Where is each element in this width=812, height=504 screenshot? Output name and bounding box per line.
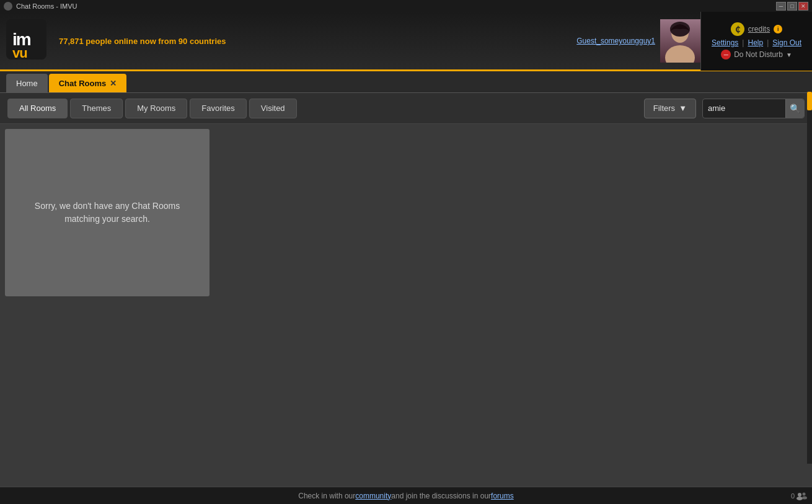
svg-point-10 (802, 496, 807, 499)
visited-tab[interactable]: Visited (249, 99, 297, 118)
info-icon[interactable]: i (774, 25, 782, 33)
credits-row: ₵ credits i (731, 22, 782, 36)
filter-bar: All Rooms Themes My Rooms Favorites Visi… (0, 93, 812, 124)
home-tab[interactable]: Home (6, 74, 48, 92)
main-content: Sorry, we don't have any Chat Rooms matc… (0, 124, 812, 403)
avatar-placeholder (660, 19, 700, 63)
favorites-label: Favorites (201, 104, 234, 113)
topbar: im vu 77,871 people online now from 90 c… (0, 12, 812, 71)
chatrooms-tab[interactable]: Chat Rooms ✕ (49, 74, 127, 92)
footer-text-between: and join the discussions in our (391, 492, 491, 500)
signout-link[interactable]: Sign Out (772, 38, 801, 47)
themes-label: Themes (82, 104, 111, 113)
close-button[interactable]: ✕ (798, 2, 808, 11)
dnd-icon: ─ (721, 50, 731, 60)
chatrooms-tab-close[interactable]: ✕ (110, 79, 117, 88)
dnd-section: ─ Do Not Disturb ▼ (721, 50, 792, 60)
my-rooms-label: My Rooms (137, 104, 175, 113)
svg-point-9 (803, 492, 806, 495)
online-count: 77,871 people online now from 90 countri… (59, 37, 576, 46)
filters-dropdown-arrow: ▼ (679, 104, 687, 113)
footer: Check in with our community and join the… (0, 487, 812, 504)
my-rooms-tab[interactable]: My Rooms (125, 99, 187, 118)
credits-section: ₵ credits i Settings | Help | Sign Out ─… (700, 12, 812, 71)
minimize-button[interactable]: ─ (776, 2, 786, 11)
all-rooms-tab[interactable]: All Rooms (7, 99, 68, 118)
imvu-logo[interactable]: im vu (6, 19, 50, 63)
username-link[interactable]: Guest_someyoungguy1 (576, 37, 655, 45)
titlebar: Chat Rooms - IMVU ─ □ ✕ (0, 0, 812, 12)
footer-user-count: 0 (791, 492, 795, 500)
footer-text-before-community: Check in with our (298, 492, 355, 500)
navigation-tabs: Home Chat Rooms ✕ (0, 71, 812, 93)
favorites-tab[interactable]: Favorites (190, 99, 246, 118)
maximize-button[interactable]: □ (787, 2, 797, 11)
no-results-card: Sorry, we don't have any Chat Rooms matc… (5, 129, 210, 296)
no-results-message: Sorry, we don't have any Chat Rooms matc… (5, 187, 210, 238)
themes-tab[interactable]: Themes (70, 99, 123, 118)
filters-label: Filters (653, 104, 675, 113)
titlebar-icon (4, 2, 12, 11)
credits-coin-icon: ₵ (731, 22, 744, 36)
search-button[interactable]: 🔍 (785, 99, 804, 118)
chatrooms-tab-label: Chat Rooms (59, 79, 107, 88)
all-rooms-label: All Rooms (19, 104, 56, 113)
credits-label[interactable]: credits (748, 25, 770, 33)
settings-link[interactable]: Settings (712, 38, 738, 47)
dnd-dropdown-arrow[interactable]: ▼ (786, 51, 792, 58)
settings-row: Settings | Help | Sign Out (712, 38, 801, 47)
titlebar-title: Chat Rooms - IMVU (16, 2, 776, 10)
home-tab-label: Home (16, 79, 38, 88)
svg-point-8 (797, 497, 803, 500)
footer-users-section: 0 (791, 492, 807, 500)
filters-dropdown-button[interactable]: Filters ▼ (644, 99, 696, 118)
visited-label: Visited (261, 104, 285, 113)
titlebar-controls: ─ □ ✕ (776, 2, 808, 11)
footer-community-link[interactable]: community (355, 492, 391, 500)
search-input[interactable] (703, 104, 785, 113)
user-section: Guest_someyoungguy1 (576, 19, 700, 63)
svg-point-7 (798, 493, 801, 497)
help-link[interactable]: Help (748, 38, 763, 47)
users-icon (796, 492, 807, 500)
dnd-label[interactable]: Do Not Disturb (734, 50, 783, 59)
svg-text:vu: vu (12, 45, 27, 60)
scrollbar-thumb[interactable] (807, 92, 812, 110)
scrollbar[interactable] (807, 92, 812, 464)
search-box: 🔍 (702, 99, 805, 118)
footer-forums-link[interactable]: forums (491, 492, 514, 500)
avatar (660, 19, 700, 63)
